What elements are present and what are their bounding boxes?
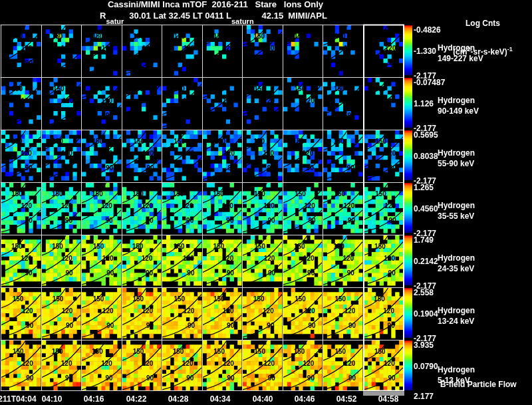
colorbar-scale-top: 1.265: [414, 184, 434, 192]
row-energy-label: 13-24 keV: [438, 317, 474, 326]
mimi-inca-plot: Cassini/MIMI Inca mTOF 2016-211 Stare Io…: [0, 0, 532, 405]
colorbar-scale-top: 1.749: [414, 236, 434, 245]
time-tick-label: 04:52: [336, 395, 357, 404]
row-species-label: Hydrogen: [438, 44, 475, 53]
time-tick-label: 04:10: [42, 395, 63, 404]
row-energy-label: 35-55 keV: [438, 212, 474, 221]
row-energy-label: 24-35 keV: [438, 265, 474, 273]
units-sup-minus1: -1: [507, 46, 513, 53]
time-tick-label: 211T04:04: [0, 395, 37, 404]
time-tick-label: 04:46: [295, 395, 315, 404]
row-energy-label: 90-149 keV: [438, 107, 479, 116]
r-label: R: [100, 11, 106, 20]
row-species-label: Hydrogen: [438, 307, 475, 315]
time-tick-label: 04:28: [168, 395, 189, 404]
time-tick-label: 04:58: [378, 395, 399, 404]
colorbar-scale-mid: -1.330: [414, 47, 436, 56]
l-subscript: saturn: [231, 17, 254, 26]
colorbar-scale-mid: 0.1904: [414, 310, 438, 319]
units-line1: Log Cnts: [434, 19, 532, 28]
colorbar-scale-top: 2.558: [414, 289, 434, 297]
colorbar-scale-top: 0.5695: [414, 131, 438, 140]
time-tick-label: 04:40: [253, 395, 273, 404]
subtitle-values: 30.01 Lat 32.45 LT 0411 L: [129, 11, 231, 20]
row-energy-label: 55-90 keV: [438, 160, 474, 168]
colorbar-scale-mid: 0.8038: [414, 152, 438, 161]
footer-note: B-field Particle Flow: [440, 380, 517, 389]
colorbar-scale-mid: 0.4560: [414, 205, 438, 213]
colorbar-scale-top: 3.935: [414, 341, 434, 350]
colorbar-scale-top: -0.07487: [414, 78, 445, 87]
row-species-label: Hydrogen: [438, 366, 475, 374]
row-species-label: Hydrogen: [438, 202, 475, 210]
time-tick-label: 04:34: [210, 395, 231, 404]
time-tick-label: 04:16: [84, 395, 104, 404]
plot-title: Cassini/MIMI Inca mTOF 2016-211 Stare Io…: [0, 0, 431, 9]
row-energy-label: 149-227 keV: [438, 55, 483, 63]
colorbar-scale-top: -0.4826: [414, 26, 441, 35]
colorbar-scale-bottom: 2.177: [414, 392, 434, 401]
colorbar-scale-mid: 0.2142: [414, 257, 438, 266]
colorbar-scale-mid: 0.0790: [414, 362, 438, 371]
time-tick-label: 04:22: [126, 395, 147, 404]
row-species-label: Hydrogen: [438, 96, 475, 105]
plot-subtitle: R satur 30.01 Lat 32.45 LT 0411 L saturn…: [100, 11, 327, 20]
colorbar-scale-mid: 1.126: [414, 100, 434, 108]
row-species-label: Hydrogen: [438, 254, 475, 263]
row-species-label: Hydrogen: [438, 149, 475, 158]
subtitle-tail: 42.15 MIMI/APL: [262, 11, 327, 20]
r-subscript: satur: [106, 17, 124, 26]
